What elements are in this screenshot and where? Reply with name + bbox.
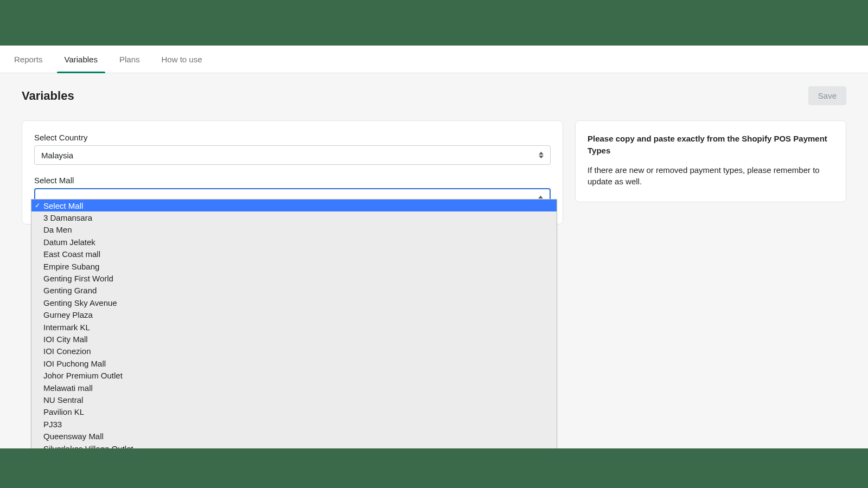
- mall-option[interactable]: Da Men: [31, 224, 557, 236]
- bottom-letterbox: [0, 448, 868, 488]
- mall-option[interactable]: PJ33: [31, 418, 557, 430]
- info-card: Please copy and paste exactly from the S…: [575, 120, 846, 202]
- mall-option[interactable]: Queensway Mall: [31, 430, 557, 442]
- mall-option[interactable]: Empire Subang: [31, 260, 557, 272]
- mall-option[interactable]: Genting First World: [31, 272, 557, 284]
- mall-option[interactable]: Gurney Plaza: [31, 309, 557, 321]
- mall-option[interactable]: Johor Premium Outlet: [31, 369, 557, 381]
- tab-reports[interactable]: Reports: [14, 46, 43, 73]
- country-select-value: Malaysia: [41, 151, 73, 160]
- mall-option[interactable]: 3 Damansara: [31, 211, 557, 223]
- save-button[interactable]: Save: [808, 86, 846, 105]
- page-title: Variables: [22, 89, 74, 103]
- mall-option[interactable]: East Coast mall: [31, 248, 557, 260]
- info-body: If there are new or removed payment type…: [588, 164, 834, 188]
- mall-option[interactable]: Genting Grand: [31, 285, 557, 297]
- country-select[interactable]: Malaysia: [34, 145, 551, 165]
- mall-option[interactable]: Select Mall: [31, 200, 557, 211]
- mall-option[interactable]: Pavilion KL: [31, 406, 557, 418]
- tab-bar: Reports Variables Plans How to use: [0, 46, 868, 73]
- top-letterbox: [0, 0, 868, 46]
- mall-option[interactable]: IOI Puchong Mall: [31, 357, 557, 369]
- tab-plans[interactable]: Plans: [119, 46, 140, 73]
- country-label: Select Country: [34, 133, 551, 142]
- mall-option[interactable]: Genting Sky Avenue: [31, 297, 557, 309]
- mall-option[interactable]: IOI City Mall: [31, 333, 557, 345]
- tab-howto[interactable]: How to use: [161, 46, 202, 73]
- mall-label: Select Mall: [34, 176, 551, 185]
- info-heading: Please copy and paste exactly from the S…: [588, 133, 834, 157]
- mall-option[interactable]: NU Sentral: [31, 394, 557, 406]
- variables-form-card: Select Country Malaysia Select Mall: [22, 120, 563, 224]
- mall-option[interactable]: Melawati mall: [31, 382, 557, 394]
- mall-dropdown-list[interactable]: Select Mall 3 Damansara Da Men Datum Jel…: [31, 199, 557, 451]
- mall-option[interactable]: Datum Jelatek: [31, 236, 557, 248]
- tab-variables[interactable]: Variables: [65, 46, 98, 73]
- mall-option[interactable]: IOI Conezion: [31, 345, 557, 357]
- mall-option[interactable]: Intermark KL: [31, 321, 557, 333]
- select-chevrons-icon: [539, 152, 544, 159]
